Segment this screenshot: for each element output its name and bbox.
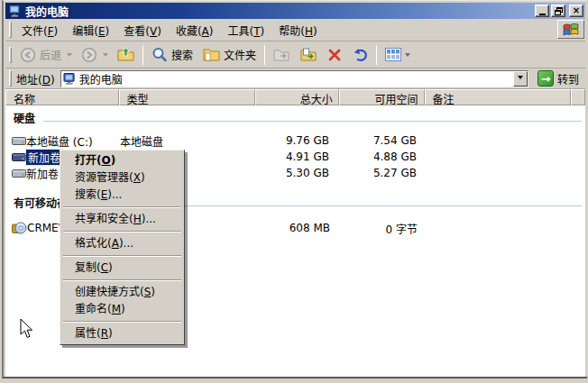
menu-edit[interactable]: 编辑(E) [65, 20, 116, 41]
close-button[interactable]: × [569, 5, 583, 17]
context-menu-format[interactable]: 格式化(A)... [61, 235, 183, 252]
menu-separator [63, 279, 181, 281]
context-menu-rename[interactable]: 重命名(M) [61, 301, 183, 318]
back-button[interactable]: 后退 [15, 44, 66, 66]
address-value: 我的电脑 [79, 71, 513, 87]
delete-button[interactable] [323, 45, 346, 65]
computer-icon [63, 73, 76, 85]
menu-favorites[interactable]: 收藏(A) [169, 20, 221, 41]
window-title: 我的电脑 [25, 4, 533, 19]
column-header-name[interactable]: 名称 [5, 89, 119, 105]
column-header-type[interactable]: 类型 [119, 89, 256, 105]
views-button[interactable] [381, 45, 415, 64]
mouse-cursor [20, 318, 34, 340]
hard-disk-icon [12, 135, 26, 147]
drive-row-c[interactable]: 本地磁盘 (C:) 本地磁盘 9.76 GB 7.54 GB [5, 132, 585, 149]
move-to-icon [273, 48, 290, 62]
forward-button[interactable] [77, 44, 102, 66]
menu-help[interactable]: 帮助(H) [271, 20, 324, 41]
menu-tools[interactable]: 工具(T) [221, 20, 272, 41]
copy-to-icon [300, 48, 317, 62]
minimize-button[interactable] [535, 5, 549, 17]
menu-separator [63, 206, 181, 208]
column-headers: 名称 类型 总大小 可用空间 备注 [5, 89, 585, 105]
windows-logo [557, 20, 584, 39]
desktop: 我的电脑 × 文件(F) 编辑(E) 查看(V) 收藏(A) 工具(T) 帮助(… [0, 0, 588, 383]
undo-button[interactable] [347, 45, 372, 65]
context-menu-sharing-security[interactable]: 共享和安全(H)... [61, 211, 183, 228]
back-icon [20, 47, 36, 63]
up-button[interactable] [113, 44, 139, 65]
addressbar-grip[interactable] [9, 70, 12, 87]
computer-icon [8, 5, 22, 17]
address-bar: 地址(D) 我的电脑 → 转到 [5, 68, 585, 89]
move-to-button[interactable] [269, 45, 295, 65]
context-menu-open[interactable]: 打开(O) [61, 152, 183, 169]
context-menu-explore[interactable]: 资源管理器(X) [61, 169, 183, 187]
address-input[interactable]: 我的电脑 [60, 70, 528, 87]
undo-icon [352, 48, 368, 62]
menu-separator [63, 231, 181, 233]
go-button[interactable]: → 转到 [535, 69, 582, 87]
group-underline [43, 121, 582, 122]
menu-view[interactable]: 查看(V) [116, 20, 169, 41]
up-folder-icon [117, 47, 134, 62]
toolbar-separator [142, 45, 143, 65]
cd-disc-icon [12, 222, 27, 234]
restore-icon [555, 7, 563, 15]
toolbar-separator [264, 45, 265, 65]
menubar-grip[interactable] [9, 22, 12, 38]
context-menu-copy[interactable]: 复制(C) [61, 260, 183, 277]
folders-button[interactable]: 文件夹 [198, 44, 261, 65]
group-underline [119, 205, 582, 206]
back-dropdown[interactable] [67, 53, 72, 59]
chevron-down-icon [518, 76, 523, 82]
menu-bar: 文件(F) 编辑(E) 查看(V) 收藏(A) 工具(T) 帮助(H) [5, 19, 585, 41]
group-header-hard-disks: 硬盘 [5, 110, 585, 124]
toolbar-separator [376, 45, 377, 65]
selected-item-label: 新加卷 [26, 150, 62, 165]
forward-dropdown[interactable] [103, 53, 108, 59]
delete-x-icon [327, 48, 342, 62]
hard-disk-icon-selected [12, 151, 26, 163]
column-header-blank[interactable] [571, 89, 585, 105]
views-dropdown[interactable] [405, 53, 410, 59]
context-menu-properties[interactable]: 属性(R) [61, 325, 183, 342]
search-button[interactable]: 搜索 [147, 44, 198, 66]
column-header-note[interactable]: 备注 [425, 89, 571, 105]
toolbar-grip[interactable] [9, 47, 12, 63]
context-menu: 打开(O) 资源管理器(X) 搜索(E)... 共享和安全(H)... 格式化(… [60, 150, 185, 345]
column-header-free[interactable]: 可用空间 [339, 89, 425, 105]
restore-button[interactable] [551, 5, 565, 17]
address-label: 地址(D) [14, 71, 60, 87]
menu-separator [63, 321, 181, 323]
forward-icon [81, 47, 97, 63]
windows-flag-icon [562, 22, 580, 37]
menu-separator [63, 255, 181, 257]
menu-file[interactable]: 文件(F) [14, 20, 65, 41]
toolbar: 后退 搜索 [5, 41, 585, 68]
hard-disk-icon [12, 168, 26, 179]
search-icon [152, 47, 168, 63]
column-header-size[interactable]: 总大小 [255, 89, 339, 105]
titlebar[interactable]: 我的电脑 × [5, 3, 585, 19]
context-menu-create-shortcut[interactable]: 创建快捷方式(S) [61, 284, 183, 301]
folders-icon [203, 47, 220, 62]
copy-to-button[interactable] [296, 45, 322, 65]
address-dropdown-button[interactable] [513, 71, 528, 87]
views-icon [385, 48, 401, 61]
go-arrow-icon: → [537, 70, 554, 87]
minimize-icon [539, 14, 546, 15]
context-menu-search[interactable]: 搜索(E)... [61, 187, 183, 204]
